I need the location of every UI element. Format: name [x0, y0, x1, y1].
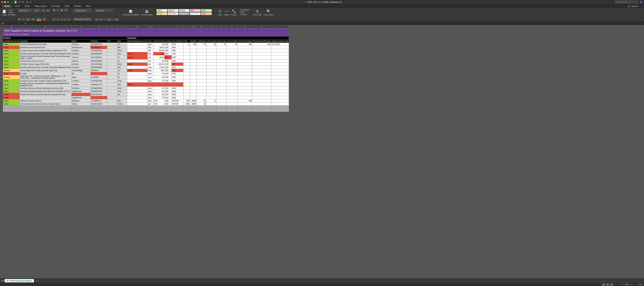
cell[interactable]: 016500555933: [90, 87, 107, 90]
cell[interactable]: [197, 93, 206, 96]
col-header-B[interactable]: B: [20, 25, 71, 28]
cell[interactable]: BlueDiamond diced almonds 4 lbs: [20, 46, 71, 49]
cell[interactable]: 275ct: [117, 79, 127, 83]
cell[interactable]: FOB: [172, 79, 184, 83]
cell-style----2[interactable]: 常规 2: [156, 9, 167, 12]
cell[interactable]: 1ct: [117, 43, 127, 46]
col-header-T[interactable]: T: [271, 25, 289, 28]
cell[interactable]: USD: [164, 87, 172, 90]
cell[interactable]: case: [148, 79, 153, 83]
cell[interactable]: [183, 90, 190, 93]
cell-style-input[interactable]: Input: [201, 12, 212, 15]
cell[interactable]: Linked: [3, 52, 20, 55]
cell[interactable]: 20: [153, 43, 164, 46]
cell[interactable]: [127, 102, 148, 106]
col-header-F[interactable]: F: [117, 25, 127, 28]
format-as-table-button[interactable]: ▦Format as Table: [140, 9, 154, 16]
cell[interactable]: [197, 96, 206, 99]
column-header-13[interactable]: Leading time: [197, 40, 206, 43]
row-header[interactable]: 3: [0, 36, 3, 40]
cell[interactable]: USD: [164, 59, 172, 63]
cell[interactable]: [183, 72, 190, 75]
cell[interactable]: 14.6oz: [117, 102, 127, 106]
cell[interactable]: 041205661375: [90, 43, 107, 46]
cell[interactable]: [238, 69, 252, 72]
cell[interactable]: [183, 63, 190, 66]
cell[interactable]: 016500541370: [90, 83, 107, 87]
col-header-Q[interactable]: Q: [226, 25, 238, 28]
cell[interactable]: [90, 72, 107, 75]
cell[interactable]: 360: [238, 99, 252, 102]
cell[interactable]: [183, 52, 190, 55]
cell[interactable]: USD: [164, 90, 172, 93]
cell[interactable]: 100: [183, 99, 190, 102]
cell[interactable]: [197, 49, 206, 52]
row-header[interactable]: 17: [0, 83, 3, 87]
conditional-formatting-button[interactable]: 🔲Conditional Formatting: [122, 9, 140, 16]
cell[interactable]: [190, 106, 197, 109]
cell[interactable]: [206, 55, 216, 59]
collapse-ribbon-icon[interactable]: ʌ: [640, 5, 644, 8]
cell[interactable]: 30: [197, 99, 206, 102]
cell[interactable]: [206, 83, 216, 87]
copy-button[interactable]: ⎘ Copy ▾: [8, 11, 15, 13]
row-header[interactable]: 1: [0, 28, 3, 33]
cell[interactable]: [216, 93, 226, 96]
row-header[interactable]: 6: [0, 46, 3, 49]
align-center-button[interactable]: ≡: [56, 18, 59, 21]
cell[interactable]: [206, 66, 216, 69]
cell[interactable]: [183, 79, 190, 83]
col-header-corner[interactable]: [0, 25, 3, 28]
redo-icon[interactable]: ↻: [22, 1, 24, 3]
row-header[interactable]: 22: [0, 99, 3, 102]
cell[interactable]: 01333899: [90, 75, 107, 79]
cell[interactable]: [127, 66, 148, 69]
cell[interactable]: [216, 72, 226, 75]
accept-formula-icon[interactable]: ✓: [20, 22, 24, 24]
cell[interactable]: [271, 83, 289, 87]
cell[interactable]: [216, 55, 226, 59]
cell[interactable]: Linked: [3, 66, 20, 69]
cell[interactable]: [190, 52, 197, 55]
cell[interactable]: blk water: [20, 72, 71, 75]
cell[interactable]: FOB: [172, 72, 184, 75]
cell[interactable]: 5: [206, 99, 216, 102]
cell[interactable]: unit: [148, 63, 153, 66]
cell[interactable]: 797978537200: [90, 49, 107, 52]
cell[interactable]: [226, 83, 238, 87]
cell[interactable]: [107, 52, 117, 55]
find-select-button[interactable]: 🔍Find & Select: [263, 9, 274, 16]
col-header-K[interactable]: K: [172, 25, 184, 28]
cell[interactable]: case: [148, 72, 153, 75]
column-header-16[interactable]: Case per pallet: [226, 40, 238, 43]
cell[interactable]: 300: [252, 43, 271, 46]
cell[interactable]: 3.13: [153, 99, 164, 102]
number-format-select[interactable]: General ▾: [95, 9, 113, 12]
zoom-in-button[interactable]: +: [636, 284, 637, 286]
cell[interactable]: [252, 52, 271, 55]
align-right-button[interactable]: ≡: [60, 18, 63, 21]
user-icon[interactable]: 👤: [639, 0, 643, 4]
cell[interactable]: [197, 72, 206, 75]
cell[interactable]: [197, 59, 206, 63]
cell[interactable]: [206, 93, 216, 96]
cell[interactable]: [197, 83, 206, 87]
underline-button[interactable]: U ▾: [26, 18, 30, 20]
cell[interactable]: 45.45: [153, 55, 164, 59]
align-middle-button[interactable]: ≡: [56, 9, 60, 11]
cell[interactable]: [190, 93, 197, 96]
cell[interactable]: OneADay VitaCraves Berry Chocolate Chewy…: [20, 66, 71, 69]
cell[interactable]: 5: [183, 43, 190, 46]
font-size-select[interactable]: 14 ▾: [34, 9, 40, 12]
cell[interactable]: 1ct: [117, 72, 127, 75]
cell[interactable]: [71, 109, 90, 112]
cell[interactable]: [226, 69, 238, 72]
cell[interactable]: [190, 63, 197, 66]
cell[interactable]: [226, 49, 238, 52]
cell[interactable]: [107, 106, 117, 109]
decrease-indent-button[interactable]: ⇤: [64, 18, 66, 21]
cell[interactable]: [127, 106, 148, 109]
align-bottom-button[interactable]: ⬓: [60, 9, 63, 11]
cell[interactable]: Thermos: [71, 43, 90, 46]
cell[interactable]: unit: [148, 46, 153, 49]
